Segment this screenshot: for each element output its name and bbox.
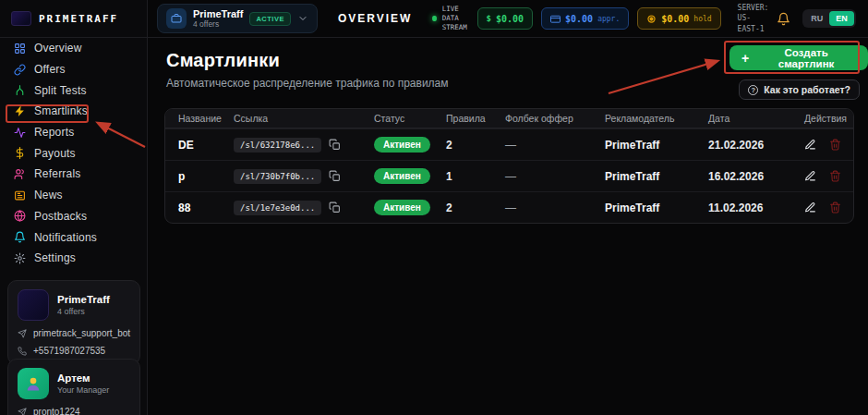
sidebar-item-offers[interactable]: Offers xyxy=(0,59,147,80)
bell-icon xyxy=(13,231,26,243)
manager-telegram-handle: pronto1224 xyxy=(33,407,80,415)
notifications-bell-icon[interactable] xyxy=(777,12,790,26)
server-line2: EAST-1 xyxy=(738,24,769,34)
manager-name: Артем xyxy=(57,372,109,384)
row-name: p xyxy=(165,170,228,183)
smartlink-url[interactable]: /sl/632178e6... xyxy=(234,138,321,153)
support-telegram-link[interactable]: primetrack_support_bot xyxy=(18,328,130,338)
table-row: 88 /sl/1e7e3e0d... Активен 2 — PrimeTraf… xyxy=(165,191,853,223)
card-icon xyxy=(550,14,561,24)
balance-approved[interactable]: $0.00 appr. xyxy=(541,7,629,30)
row-name: DE xyxy=(165,139,228,152)
copy-icon[interactable] xyxy=(329,139,341,151)
status-badge: ACTIVE xyxy=(249,12,291,26)
section-title: OVERVIEW xyxy=(334,12,416,25)
row-rules-count: 2 xyxy=(440,139,500,152)
live-dot-icon xyxy=(432,16,436,21)
delete-trash-icon[interactable] xyxy=(829,139,841,151)
telegram-icon xyxy=(18,408,27,415)
lang-ru-button[interactable]: RU xyxy=(804,11,829,26)
sidebar-item-referrals[interactable]: Referrals xyxy=(0,164,147,185)
how-it-works-label: Как это работает? xyxy=(764,84,850,95)
create-smartlink-button[interactable]: + Создать смартлинк xyxy=(729,45,868,70)
topbar: PrimeTraff 4 offers ACTIVE OVERVIEW LIVE… xyxy=(148,0,868,38)
account-name: PrimeTraff xyxy=(193,8,243,19)
balance-main[interactable]: $ $0.00 xyxy=(477,7,534,30)
live-line1: LIVE DATA xyxy=(442,5,469,23)
plus-icon: + xyxy=(741,52,749,65)
manager-telegram-link[interactable]: pronto1224 xyxy=(18,407,130,415)
balance-approved-suffix: appr. xyxy=(597,15,620,23)
sidebar-item-payouts[interactable]: Payouts xyxy=(0,142,147,164)
smartlinks-table: Название Ссылка Статус Правила Фолбек оф… xyxy=(164,108,854,224)
status-badge: Активен xyxy=(374,200,430,215)
sidebar-item-label: Reports xyxy=(34,126,74,139)
telegram-icon xyxy=(18,329,27,338)
edit-pencil-icon[interactable] xyxy=(804,170,816,182)
grid-icon xyxy=(13,43,26,55)
account-selector[interactable]: PrimeTraff 4 offers ACTIVE xyxy=(157,4,318,33)
account-offers-count: 4 offers xyxy=(193,19,243,29)
row-date: 21.02.2026 xyxy=(703,139,799,152)
support-phone-number: +5571987027535 xyxy=(33,346,105,356)
sidebar-logo: PRIMETRAFF xyxy=(0,0,147,38)
sidebar-item-reports[interactable]: Reports xyxy=(0,122,147,143)
sidebar-item-notifications[interactable]: Notifications xyxy=(0,226,147,248)
status-badge: Активен xyxy=(374,137,430,153)
row-rules-count: 2 xyxy=(440,201,500,214)
how-it-works-button[interactable]: ? Как это работает? xyxy=(739,79,860,100)
sidebar-item-label: Payouts xyxy=(34,147,76,160)
server-line1: SERVER: US- xyxy=(738,3,769,23)
smartlink-url[interactable]: /sl/730b7f0b... xyxy=(234,169,321,184)
sidebar-item-news[interactable]: News xyxy=(0,185,147,206)
activity-icon xyxy=(13,127,26,139)
balance-hold-value: $0.00 xyxy=(661,14,689,24)
row-advertiser: PrimeTraff xyxy=(599,139,703,152)
sidebar-item-settings[interactable]: Settings xyxy=(0,248,147,269)
row-advertiser: PrimeTraff xyxy=(599,201,703,214)
row-date: 11.02.2026 xyxy=(703,201,799,214)
sidebar-item-smartlinks[interactable]: Smartlinks xyxy=(0,101,147,122)
support-card-name: PrimeTraff xyxy=(57,294,110,305)
delete-trash-icon[interactable] xyxy=(829,201,841,214)
support-phone-link[interactable]: +5571987027535 xyxy=(18,346,130,356)
copy-icon[interactable] xyxy=(329,201,341,214)
support-card: PrimeTraff 4 offers primetrack_support_b… xyxy=(7,280,140,365)
copy-icon[interactable] xyxy=(329,170,341,182)
table-row: p /sl/730b7f0b... Активен 1 — PrimeTraff… xyxy=(165,160,853,191)
balance-approved-value: $0.00 xyxy=(565,14,593,24)
col-header-actions: Действия xyxy=(799,113,854,124)
link-icon xyxy=(13,64,26,76)
sidebar-item-overview[interactable]: Overview xyxy=(0,38,147,59)
create-smartlink-label: Создать смартлинк xyxy=(756,47,856,69)
col-header-name: Название xyxy=(165,113,228,124)
status-badge: Активен xyxy=(374,168,430,184)
sidebar-item-label: Overview xyxy=(34,42,82,55)
sidebar-item-split-tests[interactable]: Split Tests xyxy=(0,79,147,101)
support-telegram-handle: primetrack_support_bot xyxy=(33,328,130,338)
smartlink-url[interactable]: /sl/1e7e3e0d... xyxy=(234,201,321,215)
col-header-fallback: Фолбек оффер xyxy=(500,113,599,124)
live-data-indicator: LIVE DATA STREAM xyxy=(432,5,468,32)
edit-pencil-icon[interactable] xyxy=(804,139,816,151)
edit-pencil-icon[interactable] xyxy=(804,201,816,214)
briefcase-icon xyxy=(166,8,187,29)
dollar-icon: $ xyxy=(487,14,491,23)
manager-role: Your Manager xyxy=(57,385,109,395)
dollar-icon xyxy=(13,147,26,159)
chevron-down-icon xyxy=(297,13,308,24)
lang-en-button[interactable]: EN xyxy=(829,11,854,26)
sidebar-item-postbacks[interactable]: Postbacks xyxy=(0,206,147,227)
sidebar-item-label: Smartlinks xyxy=(34,104,88,117)
sidebar-item-label: Split Tests xyxy=(34,84,87,97)
row-fallback: — xyxy=(500,201,599,214)
col-header-rules: Правила xyxy=(440,113,500,124)
server-indicator: SERVER: US- EAST-1 xyxy=(738,3,769,34)
row-advertiser: PrimeTraff xyxy=(599,170,703,183)
sidebar-item-label: Postbacks xyxy=(34,210,87,223)
col-header-advertiser: Рекламодатель xyxy=(599,113,703,124)
delete-trash-icon[interactable] xyxy=(829,170,841,182)
question-circle-icon: ? xyxy=(748,85,758,95)
sidebar-nav: Overview Offers Split Tests Smartlinks R… xyxy=(0,38,147,269)
balance-hold[interactable]: $0.00 hold xyxy=(637,7,720,30)
